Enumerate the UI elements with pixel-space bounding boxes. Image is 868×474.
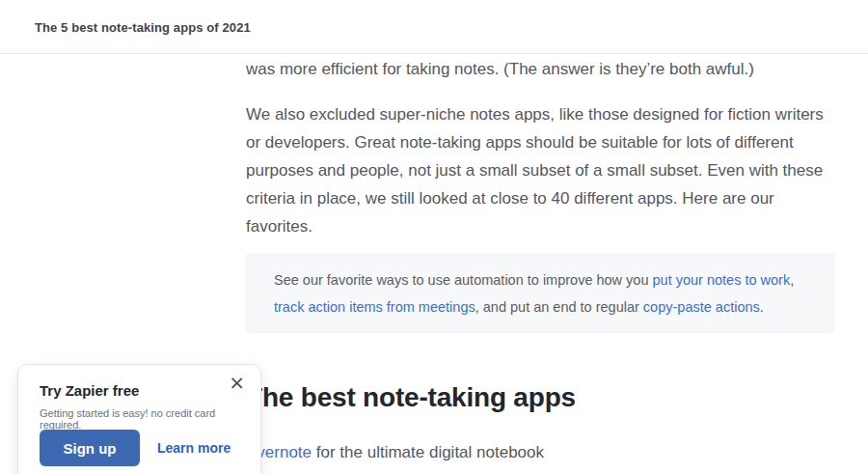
popup-actions: Sign up Learn more [40,430,247,466]
section-heading-best-apps: The best note-taking apps [246,382,839,413]
automation-tip-box: See our favorite ways to use automation … [246,254,834,333]
tip-text: See our favorite ways to use automation … [274,272,653,288]
paragraph-partial: was more efficient for taking notes. (Th… [246,55,839,83]
link-put-notes-to-work[interactable]: put your notes to work [653,272,791,288]
paragraph-criteria: We also excluded super-niche notes apps,… [246,100,839,240]
learn-more-link[interactable]: Learn more [157,440,231,456]
link-track-action-items[interactable]: track action items from meetings [274,299,475,315]
popup-title: Try Zapier free [40,382,139,399]
tip-text: , and put an end to regular [475,299,643,315]
signup-popup: Try Zapier free × Getting started is eas… [17,364,261,474]
list-item-evernote: Evernote for the ultimate digital notebo… [246,438,839,466]
tip-text: , [790,272,794,288]
link-copy-paste-actions[interactable]: copy-paste actions [643,299,760,315]
close-icon[interactable]: × [229,373,245,392]
popup-subtitle: Getting started is easy! no credit card … [40,407,247,431]
article-page: The 5 best note-taking apps of 2021 was … [0,0,868,474]
article-title-breadcrumb: The 5 best note-taking apps of 2021 [35,20,251,35]
sticky-article-header: The 5 best note-taking apps of 2021 [0,0,868,54]
sign-up-button[interactable]: Sign up [40,430,140,466]
list-item-text: for the ultimate digital notebook [312,443,544,461]
tip-text: . [760,299,764,315]
